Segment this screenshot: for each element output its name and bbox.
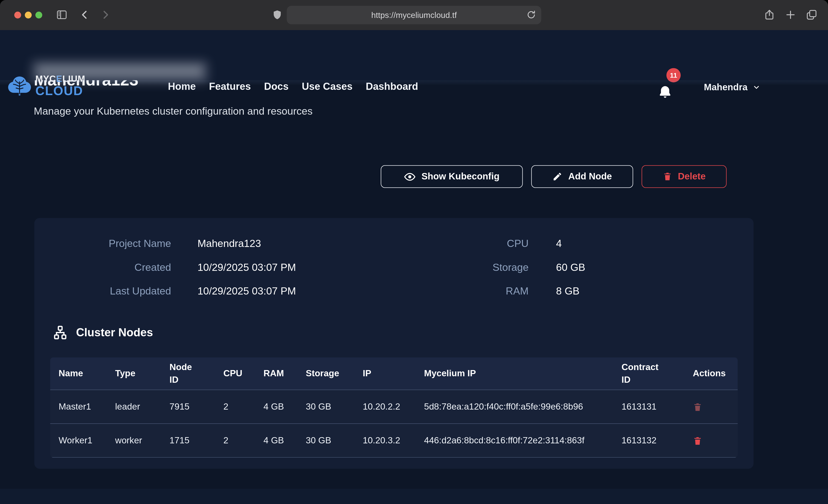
cell-type: worker	[115, 424, 165, 457]
cpu-value: 4	[556, 238, 714, 249]
project-info-labels: Project Name Created Last Updated	[44, 238, 171, 309]
cell-ram: 4 GB	[263, 390, 288, 423]
brand-line2: CLOUD	[35, 85, 85, 97]
nav-item-dashboard[interactable]: Dashboard	[366, 81, 418, 93]
cell-node-id: 7915	[170, 390, 220, 423]
trash-icon	[663, 171, 672, 182]
nav-item-features[interactable]: Features	[209, 81, 251, 93]
notifications-button[interactable]: 11	[657, 68, 684, 103]
col-cpu: CPU	[223, 358, 260, 390]
cell-ram: 4 GB	[263, 424, 288, 457]
ram-label: RAM	[449, 285, 529, 297]
browser-window: https://myceliumcloud.tf	[0, 0, 828, 504]
cell-cpu: 2	[223, 424, 260, 457]
nav-item-use-cases[interactable]: Use Cases	[302, 81, 353, 93]
table-row: Worker1 worker 1715 2 4 GB 30 GB 10.20.3…	[50, 423, 738, 457]
cell-name: Master1	[58, 390, 112, 423]
eye-icon	[404, 171, 416, 182]
cell-mycelium-ip: 5d8:78ea:a120:f40c:ff0f:a5fe:99e6:8b96	[424, 390, 598, 423]
table-row: Master1 leader 7915 2 4 GB 30 GB 10.20.2…	[50, 390, 738, 423]
forward-icon[interactable]	[99, 9, 111, 21]
cell-name: Worker1	[58, 424, 112, 457]
cell-type: leader	[115, 390, 165, 423]
ram-value: 8 GB	[556, 285, 714, 297]
show-kubeconfig-button[interactable]: Show Kubeconfig	[381, 165, 523, 188]
cell-node-id: 1715	[170, 424, 220, 457]
add-node-button[interactable]: Add Node	[531, 165, 633, 188]
privacy-blur-patch	[31, 60, 209, 84]
project-name-value: Mahendra123	[197, 238, 409, 249]
last-updated-label: Last Updated	[44, 285, 171, 297]
cell-mycelium-ip: 446:d2a6:8bcd:8c16:ff0f:72e2:3114:863f	[424, 424, 598, 457]
cell-contract-id: 1613131	[622, 390, 680, 423]
col-contract-id: Contract ID	[622, 358, 665, 390]
table-bottom-divider	[50, 457, 738, 458]
sidebar-toggle-icon[interactable]	[56, 9, 68, 21]
cluster-nodes-header: Cluster Nodes	[53, 325, 153, 340]
notification-badge: 11	[666, 68, 681, 82]
col-storage: Storage	[306, 358, 359, 390]
user-menu[interactable]: Mahendra	[704, 82, 760, 93]
nav-item-docs[interactable]: Docs	[264, 81, 289, 93]
table-header-row: Name Type Node ID CPU RAM Storage IP Myc…	[50, 358, 738, 390]
cell-contract-id: 1613132	[622, 424, 680, 457]
col-mycelium-ip: Mycelium IP	[424, 358, 598, 390]
browser-chrome: https://myceliumcloud.tf	[0, 0, 828, 30]
tab-overview-icon[interactable]	[806, 9, 818, 21]
project-name-label: Project Name	[44, 238, 171, 249]
minimize-window-button[interactable]	[25, 12, 32, 18]
cell-storage: 30 GB	[306, 424, 359, 457]
last-updated-value: 10/29/2025 03:07 PM	[197, 285, 409, 297]
mycelium-cloud-logo-icon	[7, 75, 32, 97]
reload-icon[interactable]	[526, 9, 537, 20]
screenshot-stage: https://myceliumcloud.tf	[0, 0, 828, 504]
col-ram: RAM	[263, 358, 288, 390]
network-nodes-icon	[53, 325, 68, 340]
delete-node-button[interactable]	[693, 435, 702, 446]
bell-icon	[658, 85, 672, 101]
cell-cpu: 2	[223, 390, 260, 423]
created-value: 10/29/2025 03:07 PM	[197, 261, 409, 273]
cluster-nodes-table: Name Type Node ID CPU RAM Storage IP Myc…	[50, 358, 738, 458]
url-text: https://myceliumcloud.tf	[371, 10, 457, 20]
new-tab-icon[interactable]	[785, 9, 796, 21]
delete-label: Delete	[678, 171, 706, 182]
add-node-label: Add Node	[568, 171, 612, 182]
created-label: Created	[44, 261, 171, 273]
address-bar[interactable]: https://myceliumcloud.tf	[287, 6, 541, 24]
col-ip: IP	[363, 358, 421, 390]
cluster-details-card: Project Name Created Last Updated Mahend…	[34, 218, 753, 469]
back-icon[interactable]	[79, 9, 91, 21]
page-footer	[0, 489, 828, 504]
page-subtitle: Manage your Kubernetes cluster configura…	[34, 105, 313, 117]
pencil-icon	[552, 172, 563, 182]
cluster-actions-toolbar: Show Kubeconfig Add Node Delete	[381, 165, 727, 188]
share-icon[interactable]	[764, 9, 775, 21]
project-info-values: Mahendra123 10/29/2025 03:07 PM 10/29/20…	[197, 238, 409, 309]
col-type: Type	[115, 358, 165, 390]
cell-ip: 10.20.3.2	[363, 424, 421, 457]
cell-ip: 10.20.2.2	[363, 390, 421, 423]
zoom-window-button[interactable]	[35, 12, 42, 18]
resource-info-values: 4 60 GB 8 GB	[556, 238, 714, 309]
col-node-id: Node ID	[170, 358, 200, 390]
storage-value: 60 GB	[556, 261, 714, 273]
col-name: Name	[58, 358, 112, 390]
resource-info-labels: CPU Storage RAM	[449, 238, 529, 309]
cluster-nodes-title: Cluster Nodes	[76, 326, 153, 339]
show-kubeconfig-label: Show Kubeconfig	[421, 171, 500, 182]
user-name: Mahendra	[704, 82, 748, 93]
storage-label: Storage	[449, 261, 529, 273]
col-actions: Actions	[693, 358, 735, 390]
close-window-button[interactable]	[14, 12, 21, 18]
chevron-down-icon	[752, 83, 760, 91]
cpu-label: CPU	[449, 238, 529, 249]
cell-storage: 30 GB	[306, 390, 359, 423]
privacy-shield-icon[interactable]	[272, 9, 282, 21]
delete-cluster-button[interactable]: Delete	[641, 165, 727, 188]
delete-node-button[interactable]	[693, 401, 702, 412]
